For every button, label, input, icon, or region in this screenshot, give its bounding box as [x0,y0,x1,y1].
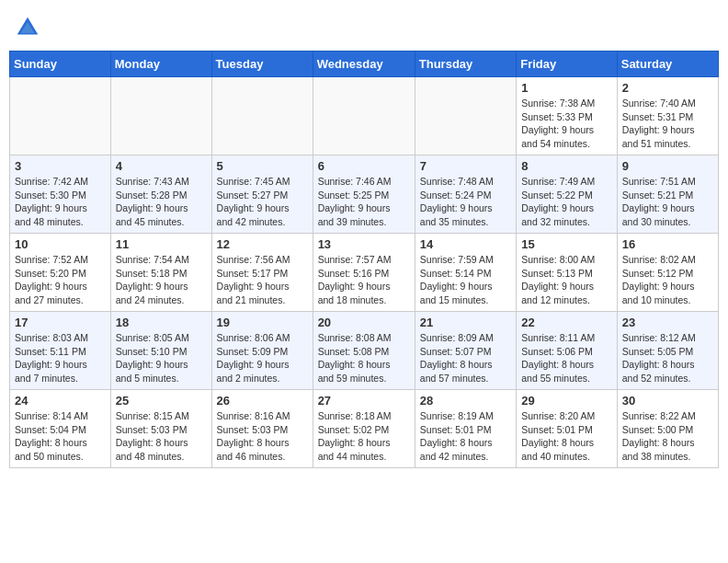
calendar-cell [10,77,111,155]
day-info: Sunrise: 8:20 AM Sunset: 5:01 PM Dayligh… [521,409,612,464]
day-info: Sunrise: 8:15 AM Sunset: 5:03 PM Dayligh… [116,409,207,464]
day-number: 21 [420,316,511,329]
day-info: Sunrise: 7:59 AM Sunset: 5:14 PM Dayligh… [420,253,511,307]
calendar-cell: 10Sunrise: 7:52 AM Sunset: 5:20 PM Dayli… [10,234,111,312]
logo [14,14,45,41]
day-info: Sunrise: 8:14 AM Sunset: 5:04 PM Dayligh… [15,409,106,464]
calendar-cell: 13Sunrise: 7:57 AM Sunset: 5:16 PM Dayli… [313,234,415,312]
weekday-header-tuesday: Tuesday [211,52,313,77]
calendar-cell: 24Sunrise: 8:14 AM Sunset: 5:04 PM Dayli… [10,390,111,468]
weekday-header-sunday: Sunday [10,52,111,77]
day-info: Sunrise: 8:16 AM Sunset: 5:03 PM Dayligh… [217,409,308,464]
day-number: 19 [217,316,308,329]
day-number: 9 [622,159,713,173]
calendar-cell: 27Sunrise: 8:18 AM Sunset: 5:02 PM Dayli… [313,390,415,468]
day-number: 2 [622,81,713,95]
calendar-cell: 3Sunrise: 7:42 AM Sunset: 5:30 PM Daylig… [10,155,111,234]
calendar-cell: 30Sunrise: 8:22 AM Sunset: 5:00 PM Dayli… [617,390,718,468]
day-info: Sunrise: 7:42 AM Sunset: 5:30 PM Dayligh… [15,175,106,229]
day-number: 25 [116,394,207,408]
day-info: Sunrise: 8:12 AM Sunset: 5:05 PM Dayligh… [622,331,713,385]
day-number: 24 [15,394,106,408]
calendar-cell: 9Sunrise: 7:51 AM Sunset: 5:21 PM Daylig… [617,155,718,234]
day-number: 5 [217,159,308,173]
logo-icon [14,14,41,41]
day-info: Sunrise: 7:48 AM Sunset: 5:24 PM Dayligh… [420,175,511,229]
weekday-header-monday: Monday [110,52,211,77]
calendar-cell: 25Sunrise: 8:15 AM Sunset: 5:03 PM Dayli… [110,390,211,468]
calendar-cell: 2Sunrise: 7:40 AM Sunset: 5:31 PM Daylig… [617,77,718,155]
week-row-5: 24Sunrise: 8:14 AM Sunset: 5:04 PM Dayli… [10,390,719,468]
day-info: Sunrise: 7:45 AM Sunset: 5:27 PM Dayligh… [217,175,308,229]
day-number: 4 [116,159,207,173]
calendar-cell: 23Sunrise: 8:12 AM Sunset: 5:05 PM Dayli… [617,312,718,390]
day-number: 15 [521,237,612,251]
calendar-cell: 11Sunrise: 7:54 AM Sunset: 5:18 PM Dayli… [110,234,211,312]
day-info: Sunrise: 7:52 AM Sunset: 5:20 PM Dayligh… [15,253,106,307]
calendar-cell: 15Sunrise: 8:00 AM Sunset: 5:13 PM Dayli… [517,234,618,312]
calendar-cell: 28Sunrise: 8:19 AM Sunset: 5:01 PM Dayli… [415,390,516,468]
day-info: Sunrise: 7:40 AM Sunset: 5:31 PM Dayligh… [622,97,713,151]
day-info: Sunrise: 8:03 AM Sunset: 5:11 PM Dayligh… [15,331,106,385]
week-row-2: 3Sunrise: 7:42 AM Sunset: 5:30 PM Daylig… [10,155,719,234]
day-info: Sunrise: 8:08 AM Sunset: 5:08 PM Dayligh… [318,331,410,385]
calendar-cell: 26Sunrise: 8:16 AM Sunset: 5:03 PM Dayli… [211,390,313,468]
day-number: 1 [521,81,612,95]
day-number: 30 [622,394,713,408]
calendar-cell: 14Sunrise: 7:59 AM Sunset: 5:14 PM Dayli… [415,234,516,312]
day-number: 13 [318,237,410,251]
day-info: Sunrise: 7:49 AM Sunset: 5:22 PM Dayligh… [521,175,612,229]
calendar-cell [415,77,516,155]
day-info: Sunrise: 8:11 AM Sunset: 5:06 PM Dayligh… [521,331,612,385]
day-number: 10 [15,237,106,251]
day-info: Sunrise: 7:46 AM Sunset: 5:25 PM Dayligh… [318,175,410,229]
day-number: 29 [521,394,612,408]
day-number: 23 [622,316,713,329]
calendar-table: SundayMondayTuesdayWednesdayThursdayFrid… [9,51,719,468]
day-info: Sunrise: 7:51 AM Sunset: 5:21 PM Dayligh… [622,175,713,229]
weekday-header-wednesday: Wednesday [313,52,415,77]
day-info: Sunrise: 8:00 AM Sunset: 5:13 PM Dayligh… [521,253,612,307]
day-number: 3 [15,159,106,173]
day-number: 11 [116,237,207,251]
calendar-cell: 21Sunrise: 8:09 AM Sunset: 5:07 PM Dayli… [415,312,516,390]
calendar-cell: 7Sunrise: 7:48 AM Sunset: 5:24 PM Daylig… [415,155,516,234]
calendar-cell: 29Sunrise: 8:20 AM Sunset: 5:01 PM Dayli… [517,390,618,468]
day-info: Sunrise: 8:09 AM Sunset: 5:07 PM Dayligh… [420,331,511,385]
day-info: Sunrise: 8:22 AM Sunset: 5:00 PM Dayligh… [622,409,713,464]
calendar-cell: 17Sunrise: 8:03 AM Sunset: 5:11 PM Dayli… [10,312,111,390]
day-number: 16 [622,237,713,251]
calendar-cell: 1Sunrise: 7:38 AM Sunset: 5:33 PM Daylig… [517,77,618,155]
day-info: Sunrise: 7:57 AM Sunset: 5:16 PM Dayligh… [318,253,410,307]
day-info: Sunrise: 7:38 AM Sunset: 5:33 PM Dayligh… [521,97,612,151]
page-header [9,9,719,41]
day-number: 26 [217,394,308,408]
day-number: 22 [521,316,612,329]
calendar-cell [211,77,313,155]
calendar-cell [110,77,211,155]
calendar-cell: 22Sunrise: 8:11 AM Sunset: 5:06 PM Dayli… [517,312,618,390]
day-number: 28 [420,394,511,408]
calendar-cell: 4Sunrise: 7:43 AM Sunset: 5:28 PM Daylig… [110,155,211,234]
weekday-header-row: SundayMondayTuesdayWednesdayThursdayFrid… [10,52,719,77]
day-number: 17 [15,316,106,329]
day-number: 7 [420,159,511,173]
calendar-cell: 8Sunrise: 7:49 AM Sunset: 5:22 PM Daylig… [517,155,618,234]
calendar-cell: 16Sunrise: 8:02 AM Sunset: 5:12 PM Dayli… [617,234,718,312]
day-info: Sunrise: 7:56 AM Sunset: 5:17 PM Dayligh… [217,253,308,307]
day-number: 8 [521,159,612,173]
weekday-header-thursday: Thursday [415,52,516,77]
calendar-cell: 5Sunrise: 7:45 AM Sunset: 5:27 PM Daylig… [211,155,313,234]
day-number: 27 [318,394,410,408]
day-number: 12 [217,237,308,251]
day-number: 20 [318,316,410,329]
calendar-cell [313,77,415,155]
week-row-3: 10Sunrise: 7:52 AM Sunset: 5:20 PM Dayli… [10,234,719,312]
day-info: Sunrise: 8:19 AM Sunset: 5:01 PM Dayligh… [420,409,511,464]
day-number: 6 [318,159,410,173]
weekday-header-saturday: Saturday [617,52,718,77]
day-number: 14 [420,237,511,251]
day-number: 18 [116,316,207,329]
day-info: Sunrise: 8:02 AM Sunset: 5:12 PM Dayligh… [622,253,713,307]
calendar-cell: 19Sunrise: 8:06 AM Sunset: 5:09 PM Dayli… [211,312,313,390]
